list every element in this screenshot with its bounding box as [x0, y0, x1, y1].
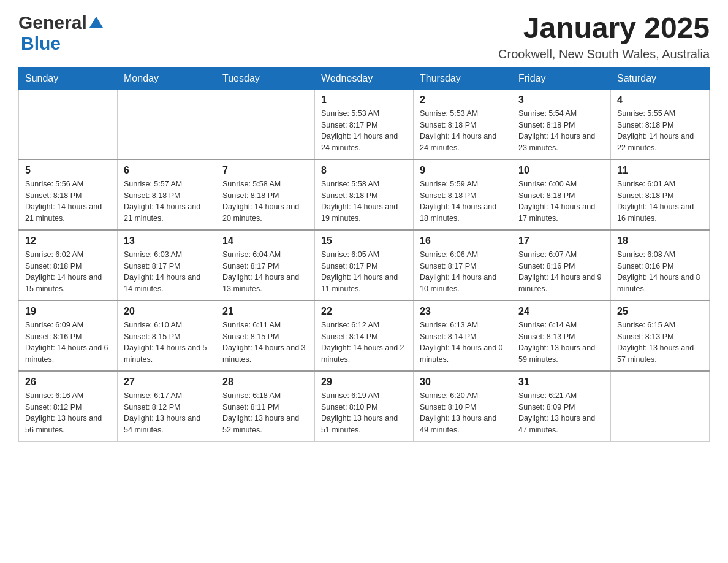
day-number: 3 — [518, 94, 604, 105]
day-number: 13 — [124, 236, 210, 247]
column-header-tuesday: Tuesday — [216, 67, 315, 89]
day-number: 26 — [25, 377, 111, 388]
calendar-cell — [19, 89, 118, 159]
day-number: 18 — [617, 236, 703, 247]
calendar-cell: 13Sunrise: 6:03 AM Sunset: 8:17 PM Dayli… — [118, 230, 216, 301]
calendar-table: SundayMondayTuesdayWednesdayThursdayFrid… — [18, 67, 710, 442]
day-number: 2 — [420, 94, 506, 105]
calendar-cell: 19Sunrise: 6:09 AM Sunset: 8:16 PM Dayli… — [19, 301, 118, 371]
day-info: Sunrise: 6:18 AM Sunset: 8:11 PM Dayligh… — [222, 390, 308, 436]
calendar-header-row: SundayMondayTuesdayWednesdayThursdayFrid… — [19, 67, 710, 89]
day-number: 20 — [124, 306, 210, 317]
calendar-cell — [216, 89, 315, 159]
day-number: 29 — [321, 377, 407, 388]
day-number: 1 — [321, 94, 407, 105]
calendar-cell: 5Sunrise: 5:56 AM Sunset: 8:18 PM Daylig… — [19, 159, 118, 230]
day-info: Sunrise: 6:00 AM Sunset: 8:18 PM Dayligh… — [518, 178, 604, 224]
calendar-cell: 21Sunrise: 6:11 AM Sunset: 8:15 PM Dayli… — [216, 301, 315, 371]
day-info: Sunrise: 6:21 AM Sunset: 8:09 PM Dayligh… — [518, 390, 604, 436]
calendar-cell: 1Sunrise: 5:53 AM Sunset: 8:17 PM Daylig… — [315, 89, 414, 159]
day-number: 15 — [321, 236, 407, 247]
day-info: Sunrise: 6:06 AM Sunset: 8:17 PM Dayligh… — [420, 249, 506, 295]
day-info: Sunrise: 6:14 AM Sunset: 8:13 PM Dayligh… — [518, 320, 604, 366]
calendar-week-row: 5Sunrise: 5:56 AM Sunset: 8:18 PM Daylig… — [19, 159, 710, 230]
day-info: Sunrise: 6:10 AM Sunset: 8:15 PM Dayligh… — [124, 320, 210, 366]
day-info: Sunrise: 6:05 AM Sunset: 8:17 PM Dayligh… — [321, 249, 407, 295]
logo-triangle-icon — [89, 15, 103, 29]
page-title: January 2025 — [498, 12, 710, 45]
day-info: Sunrise: 5:58 AM Sunset: 8:18 PM Dayligh… — [222, 178, 308, 224]
day-info: Sunrise: 5:55 AM Sunset: 8:18 PM Dayligh… — [617, 108, 703, 154]
day-number: 6 — [124, 165, 210, 176]
day-info: Sunrise: 6:13 AM Sunset: 8:14 PM Dayligh… — [420, 320, 506, 366]
logo: General Blue — [18, 12, 103, 54]
calendar-cell — [118, 89, 216, 159]
day-number: 21 — [222, 306, 308, 317]
calendar-cell: 28Sunrise: 6:18 AM Sunset: 8:11 PM Dayli… — [216, 371, 315, 442]
day-number: 7 — [222, 165, 308, 176]
calendar-cell: 16Sunrise: 6:06 AM Sunset: 8:17 PM Dayli… — [414, 230, 512, 301]
calendar-cell: 8Sunrise: 5:58 AM Sunset: 8:18 PM Daylig… — [315, 159, 414, 230]
day-info: Sunrise: 6:07 AM Sunset: 8:16 PM Dayligh… — [518, 249, 604, 295]
day-info: Sunrise: 5:58 AM Sunset: 8:18 PM Dayligh… — [321, 178, 407, 224]
day-info: Sunrise: 6:03 AM Sunset: 8:17 PM Dayligh… — [124, 249, 210, 295]
day-info: Sunrise: 6:11 AM Sunset: 8:15 PM Dayligh… — [222, 320, 308, 366]
calendar-cell: 20Sunrise: 6:10 AM Sunset: 8:15 PM Dayli… — [118, 301, 216, 371]
day-number: 23 — [420, 306, 506, 317]
day-number: 28 — [222, 377, 308, 388]
day-number: 14 — [222, 236, 308, 247]
day-info: Sunrise: 5:54 AM Sunset: 8:18 PM Dayligh… — [518, 108, 604, 154]
page-header: General Blue January 2025 Crookwell, New… — [18, 12, 710, 61]
day-info: Sunrise: 6:19 AM Sunset: 8:10 PM Dayligh… — [321, 390, 407, 436]
day-number: 11 — [617, 165, 703, 176]
day-number: 22 — [321, 306, 407, 317]
column-header-sunday: Sunday — [19, 67, 118, 89]
calendar-week-row: 19Sunrise: 6:09 AM Sunset: 8:16 PM Dayli… — [19, 301, 710, 371]
day-info: Sunrise: 5:56 AM Sunset: 8:18 PM Dayligh… — [25, 178, 111, 224]
day-info: Sunrise: 6:15 AM Sunset: 8:13 PM Dayligh… — [617, 320, 703, 366]
day-info: Sunrise: 6:04 AM Sunset: 8:17 PM Dayligh… — [222, 249, 308, 295]
day-number: 30 — [420, 377, 506, 388]
title-area: January 2025 Crookwell, New South Wales,… — [498, 12, 710, 61]
page-subtitle: Crookwell, New South Wales, Australia — [498, 47, 710, 61]
day-number: 10 — [518, 165, 604, 176]
day-number: 25 — [617, 306, 703, 317]
column-header-saturday: Saturday — [611, 67, 710, 89]
day-number: 9 — [420, 165, 506, 176]
day-number: 5 — [25, 165, 111, 176]
day-number: 17 — [518, 236, 604, 247]
day-info: Sunrise: 6:12 AM Sunset: 8:14 PM Dayligh… — [321, 320, 407, 366]
day-info: Sunrise: 5:59 AM Sunset: 8:18 PM Dayligh… — [420, 178, 506, 224]
day-info: Sunrise: 6:09 AM Sunset: 8:16 PM Dayligh… — [25, 320, 111, 366]
calendar-cell: 14Sunrise: 6:04 AM Sunset: 8:17 PM Dayli… — [216, 230, 315, 301]
calendar-week-row: 12Sunrise: 6:02 AM Sunset: 8:18 PM Dayli… — [19, 230, 710, 301]
day-info: Sunrise: 5:53 AM Sunset: 8:17 PM Dayligh… — [321, 108, 407, 154]
day-info: Sunrise: 6:17 AM Sunset: 8:12 PM Dayligh… — [124, 390, 210, 436]
day-number: 27 — [124, 377, 210, 388]
column-header-monday: Monday — [118, 67, 216, 89]
calendar-cell: 23Sunrise: 6:13 AM Sunset: 8:14 PM Dayli… — [414, 301, 512, 371]
day-info: Sunrise: 6:08 AM Sunset: 8:16 PM Dayligh… — [617, 249, 703, 295]
column-header-thursday: Thursday — [414, 67, 512, 89]
calendar-week-row: 26Sunrise: 6:16 AM Sunset: 8:12 PM Dayli… — [19, 371, 710, 442]
calendar-cell — [611, 371, 710, 442]
column-header-wednesday: Wednesday — [315, 67, 414, 89]
logo-general-text: General — [18, 12, 87, 33]
calendar-cell: 24Sunrise: 6:14 AM Sunset: 8:13 PM Dayli… — [512, 301, 611, 371]
calendar-cell: 17Sunrise: 6:07 AM Sunset: 8:16 PM Dayli… — [512, 230, 611, 301]
calendar-cell: 12Sunrise: 6:02 AM Sunset: 8:18 PM Dayli… — [19, 230, 118, 301]
calendar-cell: 9Sunrise: 5:59 AM Sunset: 8:18 PM Daylig… — [414, 159, 512, 230]
calendar-cell: 22Sunrise: 6:12 AM Sunset: 8:14 PM Dayli… — [315, 301, 414, 371]
svg-marker-0 — [89, 17, 103, 28]
day-number: 12 — [25, 236, 111, 247]
day-info: Sunrise: 6:16 AM Sunset: 8:12 PM Dayligh… — [25, 390, 111, 436]
calendar-cell: 26Sunrise: 6:16 AM Sunset: 8:12 PM Dayli… — [19, 371, 118, 442]
calendar-cell: 29Sunrise: 6:19 AM Sunset: 8:10 PM Dayli… — [315, 371, 414, 442]
day-number: 31 — [518, 377, 604, 388]
calendar-cell: 27Sunrise: 6:17 AM Sunset: 8:12 PM Dayli… — [118, 371, 216, 442]
day-info: Sunrise: 6:02 AM Sunset: 8:18 PM Dayligh… — [25, 249, 111, 295]
day-number: 19 — [25, 306, 111, 317]
day-number: 16 — [420, 236, 506, 247]
calendar-cell: 18Sunrise: 6:08 AM Sunset: 8:16 PM Dayli… — [611, 230, 710, 301]
calendar-cell: 2Sunrise: 5:53 AM Sunset: 8:18 PM Daylig… — [414, 89, 512, 159]
